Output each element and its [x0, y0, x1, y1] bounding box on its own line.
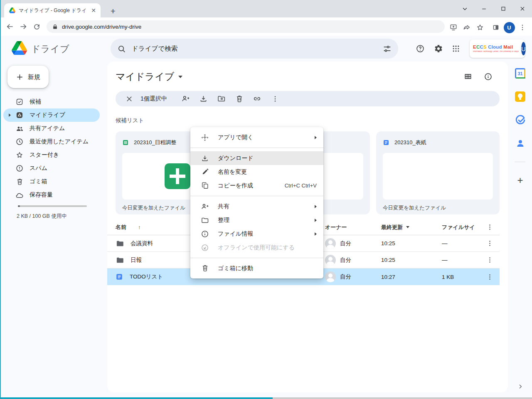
- drive-search-bar[interactable]: ドライブで検索: [111, 39, 398, 59]
- info-icon: [200, 230, 209, 238]
- url-text: drive.google.com/drive/my-drive: [62, 24, 141, 30]
- menu-item-organize[interactable]: 整理: [190, 213, 323, 227]
- sidebar-item-label: マイドライブ: [30, 111, 65, 119]
- sidebar-item-recent[interactable]: 最近使用したアイテム: [3, 135, 100, 148]
- forward-icon[interactable]: [17, 20, 30, 33]
- lock-icon[interactable]: [52, 24, 58, 30]
- menu-item-download[interactable]: ダウンロード: [190, 151, 323, 165]
- row-size: 1 KB: [442, 268, 454, 285]
- folder-icon: [116, 256, 124, 264]
- address-bar-actions: U: [447, 21, 529, 34]
- tab-title: マイドライブ - Google ドライブ: [19, 7, 86, 14]
- owner-avatar: [325, 255, 336, 266]
- column-modified[interactable]: 最終更新: [381, 219, 409, 235]
- row-modified: 10:27: [381, 268, 395, 285]
- browser-menu-icon[interactable]: [516, 21, 529, 34]
- column-size[interactable]: ファイルサイ: [442, 219, 475, 235]
- contacts-app-icon[interactable]: [515, 138, 526, 149]
- chevron-down-icon: [178, 76, 182, 78]
- menu-item-open-with[interactable]: アプリで開く: [190, 131, 323, 144]
- sidebar-item-storage[interactable]: 保存容量: [3, 188, 100, 202]
- search-options-icon[interactable]: [383, 44, 392, 53]
- owner-avatar: [325, 238, 336, 249]
- calendar-app-icon[interactable]: 31: [515, 68, 526, 79]
- window-close-button[interactable]: [517, 0, 528, 17]
- url-bar[interactable]: drive.google.com/drive/my-drive: [47, 20, 445, 33]
- keep-app-icon[interactable]: [515, 91, 526, 102]
- row-options-icon[interactable]: [482, 268, 497, 285]
- column-owner[interactable]: オーナー: [325, 219, 347, 235]
- docs-file-icon: [383, 139, 389, 146]
- side-panel-icon[interactable]: [489, 21, 502, 34]
- copy-icon: [200, 182, 209, 190]
- apps-grid-icon[interactable]: [448, 40, 464, 57]
- suggested-section-label: 候補リスト: [116, 117, 144, 124]
- tasks-app-icon[interactable]: [515, 114, 526, 126]
- file-card-reason: 今日変更を加えたファイル: [122, 204, 185, 212]
- download-icon[interactable]: [197, 92, 211, 106]
- column-options-icon[interactable]: [482, 219, 497, 235]
- expand-caret-icon[interactable]: [9, 113, 11, 117]
- account-badge-brand: ECCS Cloud Mail: [473, 45, 519, 50]
- more-actions-icon[interactable]: [268, 92, 282, 106]
- sidebar-item-my-drive[interactable]: マイドライブ: [3, 108, 100, 122]
- account-badge[interactable]: ECCS Cloud Mail Information Technology C…: [470, 39, 525, 58]
- sidebar-item-starred[interactable]: スター付き: [3, 148, 100, 162]
- share-person-add-icon[interactable]: [179, 92, 193, 106]
- open-with-icon: [200, 133, 209, 142]
- sidebar-item-spam[interactable]: スパム: [3, 162, 100, 175]
- row-options-icon[interactable]: [482, 252, 497, 268]
- show-side-panel-chevron-icon[interactable]: [515, 382, 525, 392]
- trash-icon[interactable]: [232, 92, 246, 106]
- drive-logo[interactable]: [12, 41, 27, 55]
- rename-pencil-icon: [200, 168, 209, 176]
- share-icon[interactable]: [460, 21, 473, 34]
- window-minimize-button[interactable]: [478, 0, 490, 17]
- menu-item-rename[interactable]: 名前を変更: [190, 165, 323, 179]
- browser-profile-avatar[interactable]: U: [502, 21, 516, 34]
- bookmark-star-icon[interactable]: [473, 21, 487, 34]
- owner-avatar: [325, 271, 336, 282]
- clear-selection-icon[interactable]: [122, 92, 136, 106]
- window-border-left: [0, 0, 1, 399]
- tab-close-icon[interactable]: ✕: [90, 7, 97, 14]
- window-maximize-button[interactable]: [498, 0, 509, 17]
- back-icon[interactable]: [3, 20, 17, 33]
- new-tab-button[interactable]: +: [107, 5, 119, 17]
- menu-item-make-copy[interactable]: コピーを作成 Ctrl+C Ctrl+V: [190, 179, 323, 192]
- selection-count: 1個選択中: [140, 95, 167, 103]
- sidebar-item-shared[interactable]: 共有アイテム: [3, 122, 100, 135]
- suggested-check-icon: [15, 97, 24, 106]
- account-avatar[interactable]: U: [521, 42, 526, 55]
- file-card-reason: 今日変更を加えたファイル: [383, 204, 446, 212]
- help-icon[interactable]: [412, 40, 429, 57]
- menu-item-share[interactable]: 共有: [190, 200, 323, 213]
- sidebar-item-label: 共有アイテム: [30, 125, 65, 132]
- menu-item-file-info[interactable]: ファイル情報: [190, 227, 323, 241]
- get-add-ons-icon[interactable]: +: [515, 175, 526, 186]
- get-link-icon[interactable]: [250, 92, 264, 106]
- menu-shortcut: Ctrl+C Ctrl+V: [285, 182, 317, 189]
- new-button[interactable]: 新規: [7, 66, 49, 88]
- reload-icon[interactable]: [30, 20, 43, 33]
- row-options-icon[interactable]: [482, 235, 497, 251]
- menu-item-move-to-trash[interactable]: ゴミ箱に移動: [190, 261, 323, 275]
- tab-search-icon[interactable]: [459, 0, 470, 17]
- sidebar-item-trash[interactable]: ゴミ箱: [3, 175, 100, 188]
- sidebar-item-suggested[interactable]: 候補: [3, 95, 100, 108]
- file-card-docs[interactable]: 202310_表紙 今日変更を加えたファイル: [376, 131, 500, 214]
- sort-ascending-icon: ↑: [138, 224, 141, 230]
- settings-gear-icon[interactable]: [430, 40, 447, 57]
- drive-header-actions: [412, 40, 464, 57]
- row-name: TODOリスト: [130, 273, 163, 281]
- page-title-dropdown[interactable]: マイドライブ: [116, 70, 182, 83]
- column-name[interactable]: 名前↑: [116, 219, 141, 235]
- grid-view-toggle[interactable]: [460, 68, 476, 85]
- search-icon[interactable]: [117, 44, 126, 53]
- docs-file-icon: [116, 273, 123, 281]
- browser-tab[interactable]: マイドライブ - Google ドライブ ✕: [4, 3, 101, 17]
- move-to-folder-icon[interactable]: [214, 92, 229, 106]
- install-icon[interactable]: [447, 21, 460, 34]
- details-toggle[interactable]: [480, 68, 496, 85]
- row-owner: 自分: [340, 240, 351, 247]
